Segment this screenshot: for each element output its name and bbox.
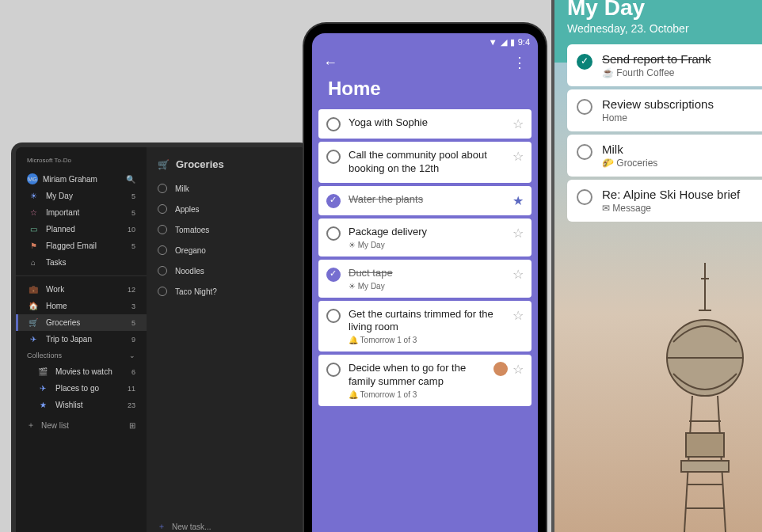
nav-count: 5 — [131, 242, 135, 250]
task-checkbox[interactable] — [158, 245, 167, 255]
task-row[interactable]: Send report to Frank☕ Fourth Coffee — [567, 44, 762, 86]
task-checkbox[interactable] — [158, 287, 167, 296]
app-brand: Microsoft To-Do — [16, 154, 147, 170]
nav-item-my-day[interactable]: ☀My Day5 — [16, 188, 147, 204]
more-icon[interactable]: ⋮ — [512, 54, 527, 71]
nav-item-important[interactable]: ☆Important5 — [16, 204, 147, 221]
task-subtitle: ✉ Message — [602, 203, 740, 214]
task-checkbox[interactable] — [577, 189, 592, 205]
task-row[interactable]: Tomatoes — [147, 219, 306, 240]
task-checkbox[interactable] — [577, 99, 592, 115]
task-checkbox[interactable] — [326, 117, 341, 131]
task-checkbox[interactable] — [577, 54, 592, 70]
list-count: 3 — [131, 302, 135, 310]
nav-item-tasks[interactable]: ⌂Tasks — [16, 254, 147, 271]
wifi-icon: ▼ — [489, 37, 497, 47]
list-title-row: 🛒 Groceries — [147, 155, 306, 178]
new-list-label: New list — [41, 421, 69, 430]
task-checkbox[interactable] — [158, 225, 167, 234]
task-checkbox[interactable] — [326, 363, 341, 377]
task-row[interactable]: Taco Night? — [147, 281, 306, 302]
desktop-main: 🛒 Groceries MilkApplesTomatoesOreganoNoo… — [147, 147, 306, 532]
task-title: Get the curtains trimmed for the living … — [349, 308, 508, 335]
task-row[interactable]: Get the curtains trimmed for the living … — [318, 301, 531, 352]
task-row[interactable]: Decide when to go for the family summer … — [318, 355, 531, 406]
tv-tower-illustration — [650, 263, 760, 532]
star-icon[interactable]: ☆ — [512, 308, 524, 323]
collection-item[interactable]: ✈Places to go11 — [16, 380, 147, 397]
list-title: Groceries — [176, 158, 224, 170]
signal-icon: ◢ — [501, 37, 507, 48]
list-item-home[interactable]: 🏠Home3 — [16, 298, 147, 314]
task-title: Call the community pool about booking on… — [349, 149, 508, 176]
star-icon[interactable]: ☆ — [512, 116, 524, 131]
task-checkbox[interactable] — [158, 184, 167, 193]
ios-content: My Day Wednesday, 23. October Send repor… — [554, 0, 762, 222]
search-icon[interactable]: 🔍 — [126, 175, 135, 184]
svg-rect-9 — [681, 461, 729, 472]
task-title: Re: Alpine Ski House brief — [602, 188, 740, 201]
star-icon[interactable]: ☆ — [512, 267, 524, 282]
task-subtitle: ☀ My Day — [349, 282, 508, 291]
task-checkbox[interactable] — [158, 266, 167, 276]
nav-item-flagged-email[interactable]: ⚑Flagged Email5 — [16, 238, 147, 254]
task-title: Duct tape — [349, 267, 508, 280]
star-icon[interactable]: ☆ — [512, 226, 524, 241]
star-icon[interactable]: ☆ — [512, 362, 524, 377]
task-checkbox[interactable] — [326, 150, 341, 164]
task-row[interactable]: Re: Alpine Ski House brief✉ Message — [567, 180, 762, 222]
phone-header: ← ⋮ — [312, 51, 538, 73]
new-list-button[interactable]: ＋ New list ⊞ — [16, 413, 147, 437]
task-row[interactable]: Noodles — [147, 260, 306, 281]
list-icon: 🏠 — [27, 302, 40, 310]
collection-icon: ✈ — [36, 384, 49, 393]
plus-icon: ＋ — [27, 420, 35, 431]
nav-icon: ⚑ — [27, 241, 40, 250]
list-item-groceries[interactable]: 🛒Groceries5 — [16, 314, 147, 331]
nav-item-planned[interactable]: ▭Planned10 — [16, 221, 147, 238]
task-title: Send report to Frank — [602, 52, 711, 66]
battery-icon: ▮ — [510, 37, 515, 48]
task-checkbox[interactable] — [326, 226, 341, 241]
star-icon[interactable]: ☆ — [512, 149, 524, 164]
task-title: Yoga with Sophie — [349, 116, 508, 130]
task-row[interactable]: Call the community pool about booking on… — [318, 142, 531, 183]
task-row[interactable]: Yoga with Sophie☆ — [318, 109, 531, 139]
list-count: 5 — [131, 319, 135, 327]
collection-item[interactable]: 🎬Movies to watch6 — [16, 363, 147, 380]
nav-count: 5 — [131, 209, 135, 217]
task-row[interactable]: Duct tape☀ My Day☆ — [318, 260, 531, 298]
task-title: Package delivery — [349, 226, 508, 239]
list-item-work[interactable]: 💼Work12 — [16, 281, 147, 298]
list-label: Work — [46, 285, 64, 294]
task-row[interactable]: Apples — [147, 199, 306, 219]
nav-label: Planned — [46, 225, 75, 234]
task-row[interactable]: Review subscriptionsHome — [567, 89, 762, 131]
nav-icon: ☀ — [27, 192, 40, 200]
chevron-down-icon: ⌄ — [129, 352, 135, 359]
task-row[interactable]: Package delivery☀ My Day☆ — [318, 218, 531, 256]
task-row[interactable]: Milk🌮 Groceries — [567, 135, 762, 177]
back-icon[interactable]: ← — [323, 55, 337, 71]
user-row[interactable]: MG Miriam Graham 🔍 — [16, 170, 147, 188]
task-checkbox[interactable] — [326, 309, 341, 323]
android-phone: ▼ ◢ ▮ 9:4 ← ⋮ Home Yoga with Sophie☆Call… — [304, 24, 546, 532]
new-task-input[interactable]: ＋ New task... — [147, 513, 306, 532]
task-checkbox[interactable] — [158, 204, 167, 214]
collections-label: Collections — [27, 352, 62, 359]
task-subtitle: 🌮 Groceries — [602, 158, 657, 169]
star-icon[interactable]: ★ — [512, 193, 524, 208]
task-row[interactable]: Oregano — [147, 240, 306, 260]
collections-header[interactable]: Collections ⌄ — [16, 348, 147, 363]
task-row[interactable]: Milk — [147, 178, 306, 199]
avatar: MG — [27, 173, 38, 184]
task-checkbox[interactable] — [577, 144, 592, 160]
list-item-trip-to-japan[interactable]: ✈Trip to Japan9 — [16, 331, 147, 348]
task-checkbox[interactable] — [326, 268, 341, 282]
collection-item[interactable]: ★Wishlist23 — [16, 397, 147, 413]
ios-phone: My Day Wednesday, 23. October Send repor… — [551, 0, 762, 532]
add-group-icon[interactable]: ⊞ — [129, 421, 135, 430]
task-title: Review subscriptions — [602, 97, 714, 111]
task-row[interactable]: Water the plants★ — [318, 186, 531, 215]
task-checkbox[interactable] — [326, 194, 341, 208]
